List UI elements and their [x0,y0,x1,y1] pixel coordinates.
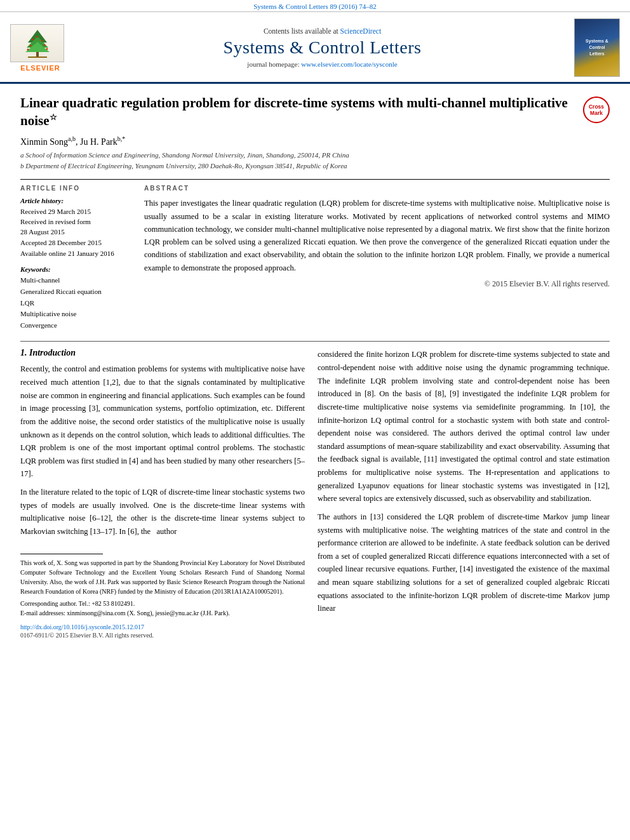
elsevier-tree-icon [15,27,60,60]
left-column: 1. Introduction Recently, the control an… [20,348,305,638]
svg-rect-1 [28,57,47,58]
keyword-5: Convergence [20,320,131,331]
sciencedirect-link[interactable]: ScienceDirect [340,27,382,35]
paper-title: Linear quadratic regulation problem for … [20,94,574,130]
main-body: 1. Introduction Recently, the control an… [0,348,630,638]
svg-point-11 [46,48,48,50]
svg-point-8 [29,44,31,46]
cover-title-text: Systems &ControlLetters [586,38,608,57]
abstract-text: This paper investigates the linear quadr… [144,197,610,274]
svg-point-5 [32,38,34,40]
keyword-1: Multi-channel [20,275,131,286]
title-superscript: ☆ [50,112,57,122]
right-column: considered the finite horizon LQR proble… [318,348,610,638]
svg-point-9 [43,44,45,46]
journal-title-header: Systems & Control Letters [78,37,566,58]
abstract-panel: ABSTRACT This paper investigates the lin… [144,185,610,331]
keywords-section: Keywords: Multi-channel Generalized Ricc… [20,265,131,331]
journal-citation-bar: Systems & Control Letters 89 (2016) 74–8… [0,0,630,12]
footnote-email: E-mail addresses: xinminsong@sina.com (X… [20,608,305,618]
author2-superscript: b,* [117,135,126,142]
homepage-link[interactable]: www.elsevier.com/locate/sysconle [301,60,397,68]
keywords-label: Keywords: [20,265,131,273]
paper-title-section: Linear quadratic regulation problem for … [20,94,610,130]
footnote-corresponding: Corresponding author. Tel.: +82 53 81024… [20,599,305,608]
intro-paragraph-2: In the literature related to the topic o… [20,486,305,538]
article-info-panel: ARTICLE INFO Article history: Received 2… [20,185,131,331]
one-text: One [154,501,167,510]
footnote-divider [20,554,103,554]
elsevier-brand-text: ELSEVIER [10,64,70,72]
svg-point-10 [27,48,29,50]
svg-point-12 [36,53,39,56]
article-info-title: ARTICLE INFO [20,185,131,192]
affiliation-a: a School of Information Science and Engi… [20,150,610,161]
journal-cover-image: Systems &ControlLetters [574,18,620,77]
affiliations: a School of Information Science and Engi… [20,150,610,171]
crossmark-badge: CrossMark [583,97,610,123]
copyright-text: © 2015 Elsevier B.V. All rights reserved… [144,279,610,289]
keyword-4: Multiplicative noise [20,309,131,320]
doi-link[interactable]: http://dx.doi.org/10.1016/j.sysconle.201… [20,623,144,630]
received-revised-date: Received in revised form28 August 2015 [20,217,131,237]
paper-title-container: Linear quadratic regulation problem for … [20,94,574,130]
author1-superscript: a,b [68,135,76,142]
elsevier-logo: ELSEVIER [10,24,70,72]
affiliation-b: b Department of Electrical Engineering, … [20,161,610,171]
svg-point-6 [41,39,43,41]
abstract-title: ABSTRACT [144,185,610,192]
journal-center-info: Contents lists available at ScienceDirec… [78,27,566,68]
right-paragraph-2: The authors in [13] considered the LQR p… [318,510,610,615]
right-paragraph-1: considered the finite horizon LQR proble… [318,348,610,505]
journal-homepage-line: journal homepage: www.elsevier.com/locat… [78,60,566,68]
section1-heading: 1. Introduction [20,348,305,358]
article-info-abstract-section: ARTICLE INFO Article history: Received 2… [20,185,610,331]
keyword-3: LQR [20,298,131,309]
doi-line: http://dx.doi.org/10.1016/j.sysconle.201… [20,622,305,632]
divider-2 [20,341,610,342]
footnote-star: This work of, X. Song was supported in p… [20,558,305,596]
journal-header: ELSEVIER Contents lists available at Sci… [0,12,630,84]
article-history-label: Article history: [20,197,131,204]
svg-point-7 [36,36,38,37]
issn-line: 0167-6911/© 2015 Elsevier B.V. All right… [20,632,305,639]
keyword-2: Generalized Riccati equation [20,286,131,298]
paper-content: Linear quadratic regulation problem for … [0,84,630,336]
received-date: Received 29 March 2015 [20,206,131,217]
authors-line: Xinmin Songa,b, Ju H. Parkb,* [20,135,610,147]
intro-paragraph-1: Recently, the control and estimation pro… [20,363,305,481]
accepted-date: Accepted 28 December 2015 [20,237,131,248]
available-online-date: Available online 21 January 2016 [20,248,131,259]
divider-1 [20,179,610,180]
available-at-text: Contents lists available at ScienceDirec… [78,27,566,35]
journal-citation-text: Systems & Control Letters 89 (2016) 74–8… [253,3,377,10]
